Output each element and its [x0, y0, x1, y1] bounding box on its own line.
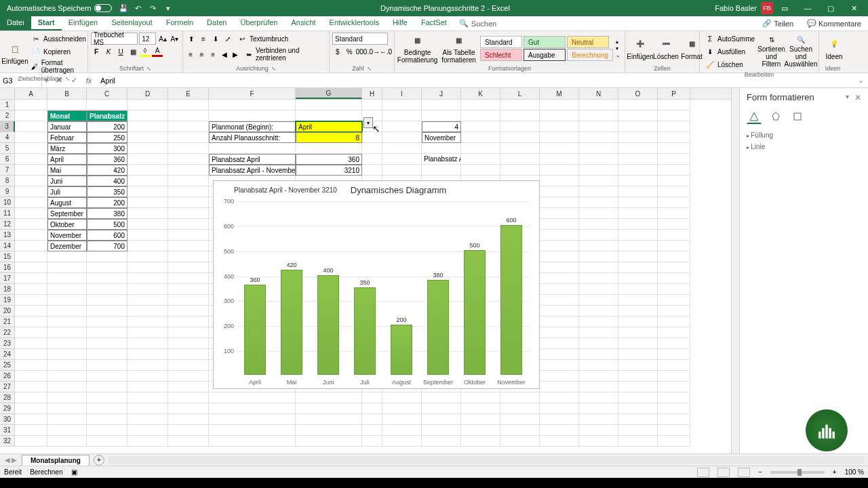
cell[interactable]	[362, 100, 382, 110]
row-header[interactable]: 17	[0, 273, 15, 284]
cell[interactable]	[168, 382, 209, 392]
cell[interactable]	[658, 165, 690, 176]
col-header[interactable]: G	[296, 88, 362, 99]
cell[interactable]	[127, 219, 168, 230]
cell[interactable]	[87, 284, 127, 295]
row-header[interactable]: 20	[0, 306, 15, 317]
orientation-icon[interactable]: ⤢	[222, 33, 233, 44]
cell[interactable]	[461, 121, 500, 132]
font-family-select[interactable]: Trebuchet MS	[91, 33, 138, 45]
cell[interactable]: 700	[87, 241, 127, 251]
cell[interactable]	[168, 317, 209, 327]
cell[interactable]	[618, 382, 658, 392]
cell[interactable]	[658, 100, 690, 110]
chart-bar[interactable]	[500, 225, 522, 375]
cell[interactable]	[618, 176, 658, 186]
sheet-nav-prev-icon[interactable]: ◀	[5, 456, 10, 464]
cell[interactable]	[618, 371, 658, 382]
cell[interactable]	[15, 284, 47, 295]
cell[interactable]	[127, 273, 168, 284]
cell[interactable]	[15, 132, 47, 143]
col-header[interactable]: B	[47, 88, 87, 99]
cell[interactable]	[579, 306, 618, 317]
cell[interactable]	[15, 360, 47, 371]
cell[interactable]	[618, 121, 658, 132]
cell[interactable]	[422, 392, 461, 403]
redo-icon[interactable]: ↷	[148, 3, 159, 14]
cell[interactable]	[168, 403, 209, 414]
tab-data[interactable]: Daten	[200, 16, 233, 30]
row-header[interactable]: 13	[0, 230, 15, 241]
cell[interactable]	[87, 295, 127, 306]
cell[interactable]	[540, 110, 579, 121]
align-middle-icon[interactable]: ≡	[198, 33, 209, 44]
cell[interactable]	[127, 392, 168, 403]
formula-input[interactable]: April	[96, 77, 854, 85]
cell[interactable]	[540, 165, 579, 176]
cell[interactable]	[540, 143, 579, 154]
cell[interactable]	[362, 143, 382, 154]
cell[interactable]	[540, 349, 579, 360]
row-header[interactable]: 29	[0, 403, 15, 414]
cell[interactable]	[658, 132, 690, 143]
cell[interactable]	[168, 327, 209, 338]
cell[interactable]	[15, 100, 47, 110]
cell[interactable]	[540, 403, 579, 414]
cell[interactable]	[579, 165, 618, 176]
cell[interactable]	[658, 317, 690, 327]
row-header[interactable]: 18	[0, 284, 15, 295]
cell[interactable]: Mai	[47, 165, 87, 176]
merge-center-button[interactable]: ⬌Verbinden und zentrieren	[242, 46, 327, 62]
cell[interactable]	[47, 425, 87, 436]
view-normal-icon[interactable]	[697, 468, 709, 477]
cell[interactable]	[579, 251, 618, 262]
cell[interactable]: 8	[296, 132, 362, 143]
cell[interactable]	[15, 154, 47, 165]
cell[interactable]	[500, 121, 540, 132]
launcher-icon[interactable]: ⤡	[367, 66, 372, 72]
zoom-in-icon[interactable]: +	[833, 468, 837, 476]
cell[interactable]	[127, 121, 168, 132]
cell[interactable]	[579, 382, 618, 392]
cell[interactable]	[127, 284, 168, 295]
cell[interactable]: November	[47, 230, 87, 241]
cell[interactable]: Planabsatz April - November 3210	[422, 154, 461, 165]
close-icon[interactable]: ✕	[842, 0, 865, 16]
cell[interactable]	[658, 349, 690, 360]
cell[interactable]	[47, 392, 87, 403]
cell[interactable]	[15, 262, 47, 273]
cell[interactable]	[168, 360, 209, 371]
cell[interactable]	[168, 121, 209, 132]
cell[interactable]	[579, 230, 618, 241]
cell[interactable]	[15, 327, 47, 338]
cell[interactable]	[658, 230, 690, 241]
cell[interactable]	[618, 403, 658, 414]
cell[interactable]	[47, 360, 87, 371]
cell[interactable]	[618, 186, 658, 197]
cell[interactable]	[362, 132, 382, 143]
cell[interactable]	[47, 251, 87, 262]
panel-close-icon[interactable]: ✕	[854, 93, 861, 102]
cell[interactable]	[47, 436, 87, 447]
cell[interactable]	[168, 208, 209, 219]
cell[interactable]	[579, 176, 618, 186]
cell[interactable]	[168, 143, 209, 154]
cond-format-button[interactable]: ▦Bedingte Formatierung	[397, 33, 437, 64]
cell[interactable]	[87, 306, 127, 317]
font-size-select[interactable]: 12	[139, 33, 156, 45]
cell[interactable]	[658, 371, 690, 382]
font-color-icon[interactable]: A	[152, 46, 163, 57]
style-berechnung[interactable]: Berechnung	[567, 49, 613, 61]
cell[interactable]	[579, 121, 618, 132]
cell[interactable]	[47, 349, 87, 360]
share-button[interactable]: 🔗Teilen	[755, 16, 800, 30]
col-header[interactable]: H	[362, 88, 382, 99]
chart-bar[interactable]	[427, 280, 449, 375]
cell[interactable]	[127, 110, 168, 121]
cell[interactable]	[658, 360, 690, 371]
style-standard[interactable]: Standard	[480, 36, 522, 48]
cell[interactable]	[296, 425, 362, 436]
cell[interactable]	[658, 338, 690, 349]
cell[interactable]: 600	[87, 230, 127, 241]
cell[interactable]	[296, 414, 362, 425]
